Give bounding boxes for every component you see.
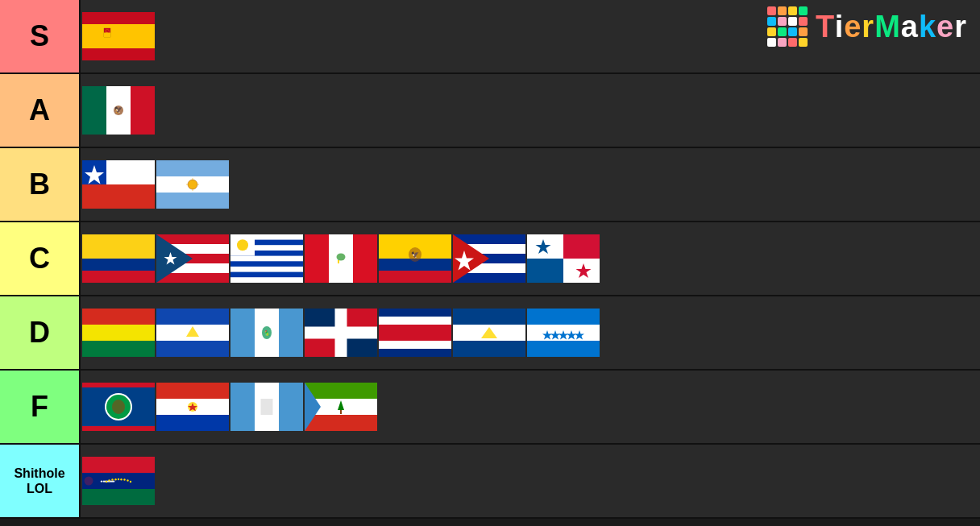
- tier-list: S ⚜ A: [0, 0, 980, 519]
- svg-rect-25: [82, 259, 155, 271]
- tier-row-d: D: [0, 296, 980, 371]
- svg-rect-104: [82, 383, 155, 387]
- tier-items-c: 🦅: [81, 222, 980, 295]
- svg-rect-73: [156, 341, 229, 357]
- svg-rect-123: [340, 410, 342, 414]
- flag-uruguay[interactable]: [230, 224, 303, 293]
- tier-label-b: B: [0, 148, 81, 221]
- tiermaker-title: TierMaker: [816, 10, 967, 44]
- svg-rect-1: [82, 24, 155, 48]
- svg-rect-85: [305, 327, 377, 339]
- tier-items-b: [81, 148, 980, 221]
- svg-rect-52: [379, 271, 451, 283]
- tier-label-f: F: [0, 371, 81, 443]
- svg-rect-124: [82, 457, 155, 473]
- svg-rect-90: [379, 349, 451, 357]
- svg-rect-44: [305, 234, 329, 283]
- flag-nicaragua[interactable]: [453, 298, 525, 367]
- svg-rect-89: [379, 341, 451, 349]
- flag-paraguay[interactable]: [156, 372, 229, 441]
- flag-colombia[interactable]: [82, 224, 155, 293]
- svg-rect-64: [563, 234, 600, 259]
- tier-label-a: A: [0, 74, 81, 147]
- svg-rect-116: [279, 383, 303, 431]
- svg-point-19: [190, 182, 196, 188]
- flag-guatemala2[interactable]: [230, 372, 303, 441]
- svg-rect-40: [230, 272, 303, 278]
- svg-rect-95: [527, 309, 600, 325]
- svg-point-108: [112, 400, 125, 414]
- tier-row-shithole: Shithole LOL: [0, 445, 980, 519]
- flag-ecuador[interactable]: 🦅: [379, 224, 451, 293]
- flag-peru[interactable]: [305, 224, 377, 293]
- svg-point-47: [337, 254, 346, 261]
- flag-panama[interactable]: [527, 224, 600, 293]
- flag-cuba[interactable]: [453, 224, 525, 293]
- tier-row-b: B: [0, 148, 980, 222]
- tier-label-d: D: [0, 296, 81, 369]
- svg-point-136: [108, 479, 110, 481]
- svg-rect-87: [379, 317, 451, 325]
- flag-belize[interactable]: [82, 372, 155, 441]
- svg-point-139: [118, 478, 119, 480]
- svg-rect-24: [82, 234, 155, 259]
- svg-rect-7: [82, 86, 106, 135]
- tier-items-a: 🦅: [81, 74, 980, 147]
- svg-rect-26: [82, 271, 155, 283]
- svg-point-135: [106, 481, 107, 483]
- svg-point-142: [127, 479, 128, 481]
- svg-rect-117: [261, 399, 273, 415]
- svg-rect-48: [338, 260, 339, 263]
- svg-point-144: [85, 477, 93, 486]
- svg-rect-75: [230, 309, 255, 357]
- flag-argentina[interactable]: [156, 150, 229, 219]
- svg-rect-109: [156, 383, 229, 399]
- svg-text:🦅: 🦅: [114, 106, 122, 114]
- tier-row-f: F: [0, 371, 980, 445]
- flag-guatemala[interactable]: 🦜: [230, 298, 303, 367]
- flag-elsalvador[interactable]: [156, 298, 229, 367]
- logo-grid-icon: [767, 6, 808, 47]
- svg-rect-77: [279, 309, 303, 357]
- tier-items-d: 🦜: [81, 296, 980, 369]
- flag-mexico[interactable]: 🦅: [82, 76, 155, 145]
- tier-row-a: A 🦅: [0, 74, 980, 148]
- svg-text:🦜: 🦜: [264, 330, 271, 337]
- svg-rect-88: [379, 325, 451, 341]
- svg-rect-111: [156, 415, 229, 431]
- flag-costarica[interactable]: [379, 298, 451, 367]
- flag-venezuela[interactable]: [82, 446, 155, 516]
- svg-rect-114: [230, 383, 255, 431]
- flag-chile[interactable]: [82, 150, 155, 219]
- svg-rect-86: [379, 309, 451, 317]
- svg-rect-105: [82, 426, 155, 431]
- svg-rect-91: [453, 309, 525, 325]
- svg-rect-93: [453, 341, 525, 357]
- svg-rect-118: [305, 383, 377, 399]
- svg-text:🦅: 🦅: [411, 251, 419, 259]
- svg-rect-65: [527, 259, 563, 283]
- svg-rect-71: [156, 309, 229, 325]
- flag-bolivia[interactable]: [82, 298, 155, 367]
- tier-label-s: S: [0, 0, 81, 72]
- svg-point-141: [123, 478, 125, 480]
- flag-honduras[interactable]: [527, 298, 600, 367]
- svg-text:⚜: ⚜: [106, 31, 109, 35]
- tier-row-c: C: [0, 222, 980, 296]
- flag-puertorico[interactable]: [156, 224, 229, 293]
- flag-dominican[interactable]: [305, 298, 377, 367]
- tier-items-f: [81, 371, 980, 443]
- svg-rect-69: [82, 325, 155, 341]
- flag-equatorialguinea[interactable]: [305, 372, 377, 441]
- tier-label-shithole: Shithole LOL: [0, 445, 81, 517]
- svg-rect-68: [82, 309, 155, 325]
- svg-point-137: [111, 478, 113, 480]
- svg-point-143: [130, 481, 131, 483]
- svg-point-138: [114, 478, 116, 480]
- svg-rect-9: [131, 86, 155, 135]
- svg-rect-120: [305, 415, 377, 431]
- svg-point-140: [120, 478, 122, 480]
- tiermaker-header: TierMaker: [767, 6, 967, 47]
- flag-spain[interactable]: ⚜: [82, 2, 155, 71]
- svg-point-43: [239, 242, 247, 249]
